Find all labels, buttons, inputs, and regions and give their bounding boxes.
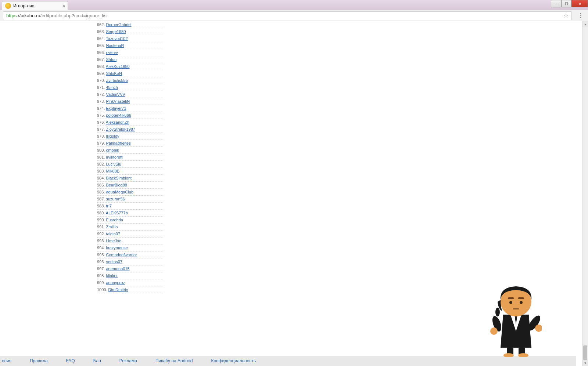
window-controls: ─ ☐ ✕ bbox=[551, 0, 588, 7]
browser-menu-icon[interactable]: ⋮ bbox=[576, 12, 585, 19]
window-minimize-button[interactable]: ─ bbox=[551, 0, 561, 7]
url-path: /editprofile.php?cmd=ignore_list bbox=[40, 13, 108, 18]
url-scheme: https bbox=[6, 13, 17, 18]
window-maximize-button[interactable]: ☐ bbox=[561, 0, 571, 7]
url-host: ://pikabu.ru bbox=[17, 13, 40, 18]
favicon-icon bbox=[5, 3, 11, 9]
tab-close-icon[interactable]: × bbox=[62, 3, 65, 9]
browser-tab-bar: Игнор-лист × bbox=[0, 0, 588, 10]
url-input[interactable]: https://pikabu.ru/editprofile.php?cmd=ig… bbox=[3, 11, 572, 20]
address-bar: https://pikabu.ru/editprofile.php?cmd=ig… bbox=[0, 10, 588, 21]
bookmark-star-icon[interactable]: ☆ bbox=[563, 12, 569, 19]
window-close-button[interactable]: ✕ bbox=[571, 0, 588, 7]
browser-tab[interactable]: Игнор-лист × bbox=[2, 1, 68, 10]
tab-title: Игнор-лист bbox=[13, 3, 36, 8]
